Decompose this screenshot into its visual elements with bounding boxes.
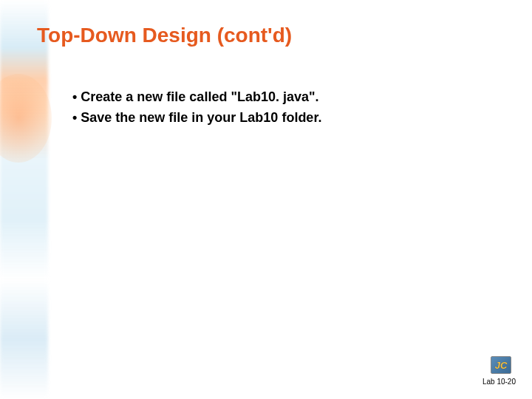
- background-accent: [0, 0, 48, 399]
- logo-badge: JC: [491, 356, 511, 374]
- content-area: • Create a new file called "Lab10. java"…: [72, 87, 321, 129]
- bullet-item: • Create a new file called "Lab10. java"…: [72, 87, 321, 106]
- slide-title: Top-Down Design (cont'd): [37, 24, 292, 47]
- logo-text: JC: [495, 360, 508, 371]
- footer-label: Lab 10-20: [482, 378, 516, 386]
- bullet-item: • Save the new file in your Lab10 folder…: [72, 108, 321, 127]
